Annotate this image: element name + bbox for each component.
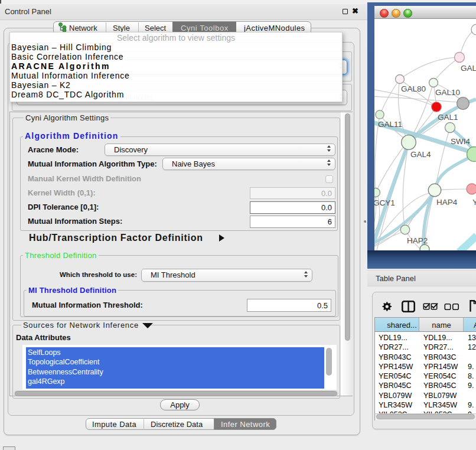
svg-text:HAP2: HAP2 (407, 236, 428, 245)
svg-text:GAL80: GAL80 (401, 84, 426, 93)
svg-text:GAL10: GAL10 (435, 88, 460, 97)
svg-text:HAP4: HAP4 (436, 198, 458, 207)
svg-text:GCY1: GCY1 (374, 198, 395, 207)
svg-text:GAL4: GAL4 (410, 150, 431, 159)
svg-text:GAL1: GAL1 (438, 113, 458, 122)
svg-text:SWI4: SWI4 (451, 137, 470, 146)
svg-text:YL: YL (472, 198, 476, 207)
svg-text:GAL2: GAL2 (461, 64, 476, 73)
svg-text:GAL11: GAL11 (378, 120, 402, 129)
